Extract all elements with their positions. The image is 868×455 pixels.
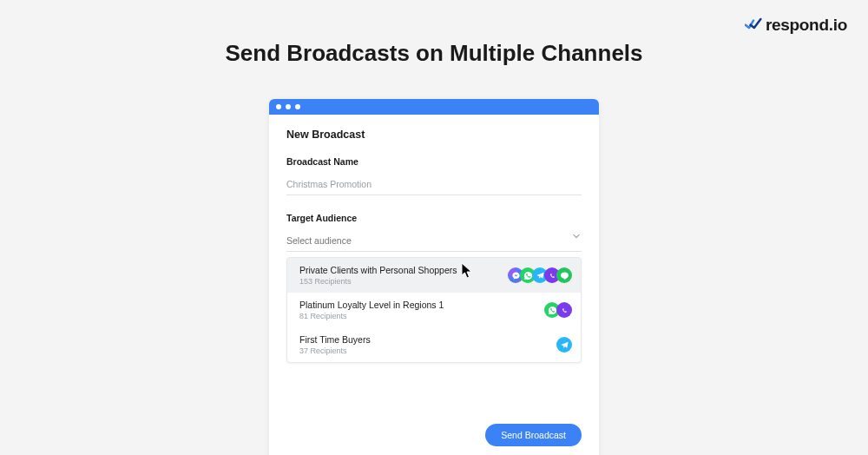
audience-option-sub: 37 Recipients [299, 346, 371, 355]
broadcast-name-label: Broadcast Name [286, 156, 582, 167]
telegram-icon [556, 337, 572, 353]
broadcast-name-input[interactable] [286, 179, 582, 195]
audience-option-title: First Time Buyers [299, 334, 371, 345]
page-headline: Send Broadcasts on Multiple Channels [0, 0, 868, 67]
audience-dropdown: Private Clients with Personal Shoppers15… [286, 257, 582, 363]
audience-option-title: Platinum Loyalty Level in Regions 1 [299, 300, 444, 310]
audience-option[interactable]: First Time Buyers37 Recipients [287, 327, 581, 362]
audience-option-sub: 81 Recipients [299, 312, 444, 320]
brand-name: respond.io [766, 16, 847, 35]
audience-option[interactable]: Platinum Loyalty Level in Regions 181 Re… [287, 293, 581, 327]
broadcast-panel: New Broadcast Broadcast Name Target Audi… [269, 115, 599, 379]
logo-mark-icon [745, 17, 762, 33]
audience-option-sub: 153 Recipients [299, 277, 457, 286]
audience-option-title: Private Clients with Personal Shoppers [299, 265, 457, 275]
send-broadcast-button[interactable]: Send Broadcast [485, 424, 582, 446]
window-dot [276, 104, 281, 109]
panel-title: New Broadcast [286, 129, 582, 141]
target-audience-label: Target Audience [286, 213, 582, 223]
viber-icon [556, 302, 572, 318]
broadcast-window: New Broadcast Broadcast Name Target Audi… [269, 99, 599, 455]
window-dot [295, 104, 300, 109]
line-icon [556, 267, 572, 283]
audience-option[interactable]: Private Clients with Personal Shoppers15… [287, 258, 581, 293]
audience-select[interactable] [286, 235, 582, 252]
brand-logo: respond.io [745, 16, 847, 35]
window-dot [286, 104, 291, 109]
window-titlebar [269, 99, 599, 115]
